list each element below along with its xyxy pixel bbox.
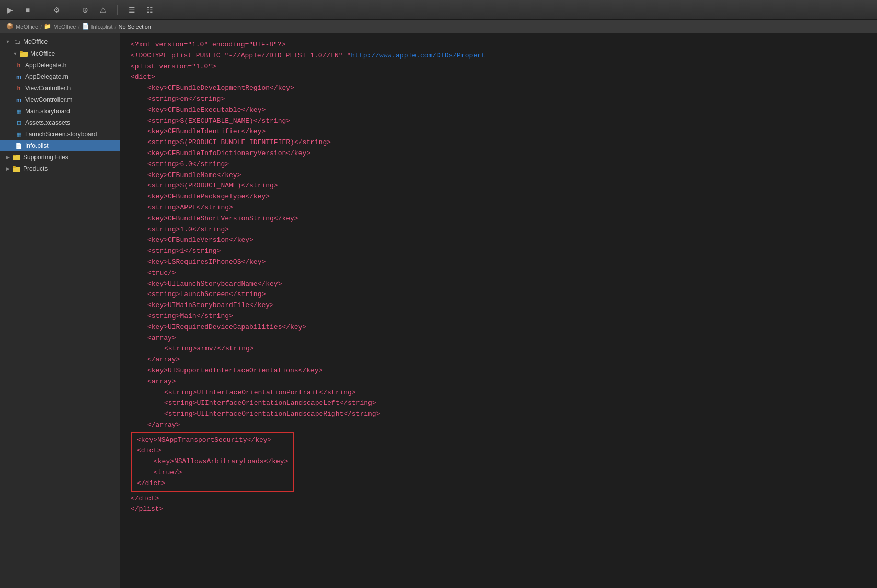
plist-icon-breadcrumb: 📄 [82,23,89,30]
svg-rect-5 [13,166,16,168]
xml-line-15: <key>CFBundlePackageType</key> [131,192,867,203]
supporting-expand-arrow: ▶ [4,154,11,161]
xml-line-1: <?xml version="1.0" encoding="UTF-8"?> [131,40,867,51]
sidebar-item-assets[interactable]: ⊞ Assets.xcassets [0,117,120,128]
breadcrumb-sep-2: / [78,23,79,30]
xml-line-5: <key>CFBundleDevelopmentRegion</key> [131,83,867,94]
breadcrumb-item-4: No Selection [119,23,151,30]
xml-highlight-line-4: <true/> [137,467,288,478]
svg-rect-1 [20,51,23,53]
storyboard-icon-2: ▦ [15,130,23,138]
breakpoints-button[interactable]: ⊕ [79,4,91,16]
toolbar-divider-1 [42,5,42,15]
run-button[interactable]: ▶ [4,4,16,16]
sidebar-item-main-storyboard[interactable]: ▦ Main.storyboard [0,105,120,117]
folder-yellow-icon [20,50,28,57]
mcoffice-folder-label: McOffice [30,50,55,57]
breadcrumb-item-1[interactable]: 📦 McOffice [6,23,38,30]
xml-line-31: <key>UISupportedInterfaceOrientations</k… [131,366,867,377]
sidebar-label-main-storyboard: Main.storyboard [25,108,70,115]
mcoffice-project-icon: 📦 [6,23,14,30]
inspector-toggle[interactable]: ☷ [144,4,155,16]
sidebar-mcoffice-folder[interactable]: ▼ McOffice [0,48,120,60]
project-expand-arrow: ▼ [4,38,11,45]
breadcrumb-sep-3: / [115,23,117,30]
editor-content[interactable]: <?xml version="1.0" encoding="UTF-8"?> <… [120,33,877,588]
xml-highlight-line-5: </dict> [137,478,288,489]
scheme-selector[interactable]: ⚙ [51,4,62,16]
xml-closing-2: </plist> [131,504,867,515]
xml-line-12: <string>6.0</string> [131,159,867,170]
folder-expand-arrow: ▼ [11,50,19,57]
xml-line-14: <string>$(PRODUCT_NAME)</string> [131,181,867,192]
supporting-files-folder-icon [13,154,21,161]
stop-button[interactable]: ■ [22,4,33,16]
xml-line-36: </array> [131,420,867,431]
xml-line-25: <key>UIMainStoryboardFile</key> [131,300,867,311]
xml-closing-1: </dict> [131,493,867,504]
xml-line-20: <string>1</string> [131,246,867,257]
project-label: McOffice [23,38,48,45]
xml-line-6: <string>en</string> [131,94,867,105]
xml-line-9: <key>CFBundleIdentifier</key> [131,126,867,137]
sidebar-label-viewcontroller-h: ViewController.h [25,85,71,92]
toolbar: ▶ ■ ⚙ ⊕ ⚠ ☰ ☷ [0,0,877,20]
h-file-icon-2: h [15,84,23,92]
sidebar-item-appdelegate-h[interactable]: h AppDelegate.h [0,60,120,71]
folder-icon-breadcrumb: 📁 [44,23,51,30]
breadcrumb-item-3[interactable]: 📄 Info.plist [82,23,113,30]
xml-line-19: <key>CFBundleVersion</key> [131,235,867,246]
m-file-icon-1: m [15,73,23,81]
storyboard-icon-1: ▦ [15,107,23,115]
toolbar-divider-2 [71,5,71,15]
xml-line-32: <array> [131,377,867,387]
xml-line-11: <key>CFBundleInfoDictionaryVersion</key> [131,148,867,159]
sidebar-item-viewcontroller-h[interactable]: h ViewController.h [0,83,120,94]
sidebar-label-products: Products [23,165,48,172]
xml-line-16: <string>APPL</string> [131,203,867,214]
xml-line-30: </array> [131,355,867,366]
sidebar-item-viewcontroller-m[interactable]: m ViewController.m [0,94,120,105]
xml-highlight-line-3: <key>NSAllowsArbitraryLoads</key> [137,456,288,467]
sidebar-products[interactable]: ▶ Products [0,163,120,174]
xml-line-18: <string>1.0</string> [131,225,867,236]
xml-line-21: <key>LSRequiresIPhoneOS</key> [131,257,867,268]
xml-line-27: <key>UIRequiredDeviceCapabilities</key> [131,322,867,333]
sidebar-supporting-files[interactable]: ▶ Supporting Files [0,151,120,163]
xml-line-13: <key>CFBundleName</key> [131,170,867,181]
dtd-link[interactable]: http://www.apple.com/DTDs/Propert [351,52,485,60]
xml-line-10: <string>$(PRODUCT_BUNDLE_IDENTIFIER)</st… [131,137,867,148]
sidebar-label-appdelegate-h: AppDelegate.h [25,62,66,69]
sidebar-item-appdelegate-m[interactable]: m AppDelegate.m [0,71,120,83]
sidebar-label-launchscreen: LaunchScreen.storyboard [25,131,97,138]
m-file-icon-2: m [15,96,23,104]
project-icon: 🗂 [13,38,21,46]
sidebar-project-root[interactable]: ▼ 🗂 McOffice [0,36,120,48]
products-expand-arrow: ▶ [4,165,11,172]
xml-highlight-line-1: <key>NSAppTransportSecurity</key> [137,435,288,446]
xml-line-28: <array> [131,333,867,344]
xml-highlight-line-2: <dict> [137,445,288,456]
xml-line-2: <!DOCTYPE plist PUBLIC "-//Apple//DTD PL… [131,51,867,62]
xml-line-35: <string>UIInterfaceOrientationLandscapeR… [131,409,867,420]
main-layout: ▼ 🗂 McOffice ▼ McOffice h AppDelegate.h … [0,33,877,588]
h-file-icon-1: h [15,61,23,69]
breadcrumb-item-2[interactable]: 📁 McOffice [44,23,76,30]
xml-line-3: <plist version="1.0"> [131,62,867,73]
sidebar-label-viewcontroller-m: ViewController.m [25,96,72,103]
sidebar: ▼ 🗂 McOffice ▼ McOffice h AppDelegate.h … [0,33,120,588]
xml-line-33: <string>UIInterfaceOrientationPortrait</… [131,387,867,398]
svg-rect-3 [13,155,16,156]
toolbar-divider-3 [117,5,118,15]
xcassets-icon: ⊞ [15,119,23,127]
warnings-button[interactable]: ⚠ [97,4,109,16]
sidebar-item-info-plist[interactable]: 📄 Info.plist [0,140,120,151]
sidebar-item-launchscreen[interactable]: ▦ LaunchScreen.storyboard [0,128,120,140]
breadcrumb-bar: 📦 McOffice / 📁 McOffice / 📄 Info.plist /… [0,20,877,33]
xml-line-23: <key>UILaunchStoryboardName</key> [131,279,867,290]
xml-line-17: <key>CFBundleShortVersionString</key> [131,214,867,225]
xml-line-29: <string>armv7</string> [131,344,867,355]
navigator-toggle[interactable]: ☰ [126,4,137,16]
plist-icon: 📄 [15,142,23,150]
sidebar-label-appdelegate-m: AppDelegate.m [25,73,68,80]
